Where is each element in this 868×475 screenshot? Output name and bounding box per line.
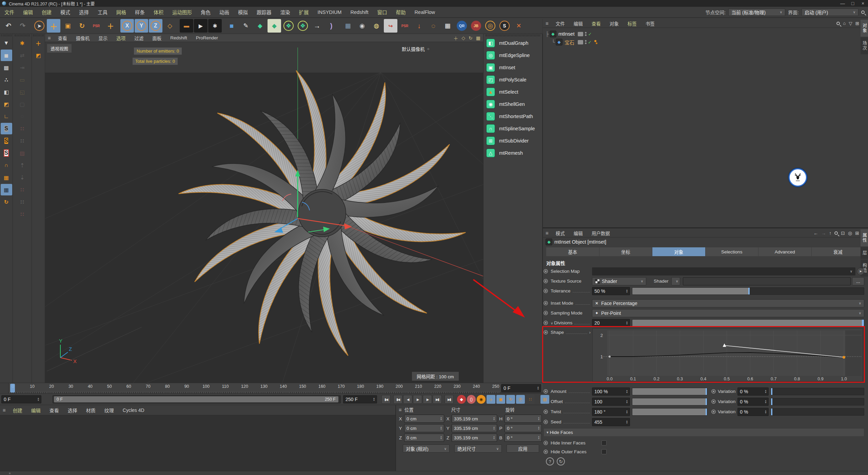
am-tab-层[interactable]: 层 [861, 247, 868, 259]
next-key-icon[interactable]: ▶▮ [433, 395, 442, 404]
auto-snap-icon[interactable]: S [1, 147, 12, 159]
size-X-input[interactable]: 335.159 cm▴▾ [452, 415, 497, 423]
rotate-view-icon[interactable]: ↻ [469, 35, 473, 41]
frame-range-bar[interactable]: 0 F 250 F [53, 395, 341, 403]
light-icon[interactable]: ◍ [370, 19, 383, 33]
toggle-views-icon[interactable]: ▦ [476, 35, 480, 41]
amount-slider[interactable] [632, 388, 707, 395]
render-picture-viewer-icon[interactable]: ▶ [194, 19, 208, 33]
refresh-circle-icon[interactable]: ↻ [557, 457, 565, 466]
material-menu-纹理[interactable]: 纹理 [100, 407, 118, 414]
material-area[interactable] [0, 415, 395, 471]
om-tab-对象[interactable]: 对象 [861, 20, 868, 37]
tab-衰减[interactable]: 衰减 [812, 247, 865, 256]
size-mode-select[interactable]: 绝对尺寸∨ [454, 444, 502, 453]
tab-Selections[interactable]: Selections [706, 247, 759, 256]
menu-模式[interactable]: 模式 [56, 8, 75, 16]
lock-z-axis-icon[interactable]: Z [149, 19, 162, 33]
menu-Redshift[interactable]: Redshift [346, 10, 373, 15]
inset-mode-radio[interactable] [544, 301, 548, 305]
axis-mode-icon[interactable]: ∟ [1, 111, 12, 122]
arrows-tool-icon[interactable]: ⇄ [17, 50, 28, 61]
material-menu-查看[interactable]: 查看 [45, 407, 63, 414]
material-menu-编辑[interactable]: 编辑 [27, 407, 45, 414]
camera-gizmo-icon[interactable]: ⁘ [427, 47, 430, 51]
menu-跟踪器[interactable]: 跟踪器 [252, 8, 276, 16]
plugin-mtEdgeSpline[interactable]: ◎mtEdgeSpline [484, 49, 542, 61]
mograph-gem2-icon[interactable]: ❖ [296, 19, 310, 33]
psr-constraint-icon[interactable]: PSR [398, 19, 412, 33]
lock-x-axis-icon[interactable]: X [120, 19, 134, 33]
point-mode-icon[interactable]: ∴ [1, 74, 12, 86]
tree-row-mtinset[interactable]: ├ ◆ mtInset ✓ [546, 30, 868, 38]
offset-variation-input[interactable]: 0 %▴▾ [737, 398, 769, 406]
amount-variation-input[interactable]: 0 %▴▾ [737, 387, 769, 396]
dots-eye2-icon[interactable]: ∷ [17, 196, 28, 208]
texture-mode-icon[interactable]: ▩ [1, 62, 12, 73]
texture-source-select[interactable]: Shader∨ [592, 277, 646, 285]
autokey-icon[interactable]: () [467, 395, 476, 404]
scale-icon[interactable]: ▣ [61, 19, 75, 33]
om-menu-书签[interactable]: 书签 [641, 20, 659, 27]
amount-variation-radio[interactable] [711, 389, 716, 394]
back-icon[interactable]: ← [813, 230, 818, 236]
move-icon[interactable]: ＋ [47, 19, 60, 33]
rotation-P-input[interactable]: 0 °▴▾ [505, 424, 542, 432]
psr-icon[interactable]: PSR [90, 19, 103, 33]
om-menu-标签[interactable]: 标签 [623, 20, 641, 27]
am-tab-属性[interactable]: 属性 [861, 229, 868, 246]
sampling-mode-radio[interactable] [544, 311, 548, 315]
offset-variation-slider[interactable] [771, 398, 864, 405]
undo-icon[interactable]: ↶ [2, 19, 15, 33]
qr-plugin-icon[interactable]: QR [455, 19, 469, 33]
size-Z-input[interactable]: 335.159 cm▴▾ [452, 434, 497, 442]
key-pla-icon[interactable]: ∷ [526, 395, 535, 404]
menu-创建[interactable]: 创建 [37, 8, 56, 16]
key-position-icon[interactable]: ＋ [487, 395, 495, 404]
track-icon[interactable]: ◎ [848, 230, 852, 236]
play-icon[interactable]: ▶ [413, 395, 422, 404]
om-path-icon[interactable]: ⌂ [843, 21, 846, 26]
layer-toggle[interactable] [578, 32, 583, 36]
view-label[interactable]: 透视视图 [47, 44, 72, 53]
shader-link-field[interactable] [683, 277, 851, 285]
viewport-canvas[interactable]: Y X Z 透视视图 Number of emitters: 0 Total l… [45, 42, 483, 383]
plugin-mtSubDivider[interactable]: ⊞mtSubDivider [484, 135, 542, 147]
divisions-radio[interactable] [544, 321, 548, 325]
hide-inner-radio[interactable] [544, 441, 548, 445]
key-scale-icon[interactable]: ▣ [496, 395, 505, 404]
coord-menu-icon[interactable]: ≡ [396, 407, 405, 413]
menu-扩展[interactable]: 扩展 [295, 8, 313, 16]
selection-map-select[interactable]: ∨ [592, 267, 855, 276]
free-move-icon[interactable]: ＋ [104, 19, 117, 33]
node-space-select[interactable]: 当前 (标准/物理)∨ [728, 8, 785, 16]
menu-帮助[interactable]: 帮助 [392, 8, 410, 16]
lock-y-axis-icon[interactable]: Y [135, 19, 148, 33]
inset-mode-select[interactable]: ✕ Face Percentage∨ [592, 299, 864, 307]
am-menu-编辑[interactable]: 编辑 [569, 230, 587, 236]
dots-grey-icon[interactable]: ∷ [17, 135, 28, 147]
om-menu-文件[interactable]: 文件 [551, 20, 569, 27]
hide-inner-checkbox[interactable] [601, 440, 607, 445]
current-frame-input[interactable]: 0 F▴▾ [1, 395, 41, 403]
tolerance-input[interactable]: 50 %▴▾ [592, 287, 630, 295]
interface-select[interactable]: 启动 (用户)∨ [802, 8, 859, 16]
menu-体积[interactable]: 体积 [149, 8, 168, 16]
no-cross-icon[interactable]: ▨ [17, 147, 28, 159]
divisions-input[interactable]: 20▴▾ [592, 319, 630, 327]
rect-tool-icon[interactable]: ▭ [17, 74, 28, 86]
close-icon[interactable]: × [858, 1, 868, 6]
help-circle-icon[interactable]: ? [546, 457, 554, 466]
menu-INSYDIUM[interactable]: INSYDIUM [313, 10, 346, 15]
material-menu-icon[interactable]: ≡ [0, 407, 8, 413]
dots-eye3-icon[interactable]: ∷ [17, 208, 28, 220]
ruler-grip[interactable] [0, 383, 9, 393]
plugin-mtInset[interactable]: ▣mtInset [484, 61, 542, 74]
edge-mode-icon[interactable]: ◧ [1, 86, 12, 98]
jb-plugin-icon[interactable]: JB [469, 19, 483, 33]
polygon-mode-icon[interactable]: ◩ [1, 98, 12, 110]
phong-tag-icon[interactable] [594, 40, 597, 44]
viewport-menu-ProRender[interactable]: ProRender [192, 35, 222, 40]
menu-动画[interactable]: 动画 [215, 8, 234, 16]
shape-spline-graph[interactable]: 210.00.10.20.30.40.50.60.70.80.91.0 [592, 328, 863, 382]
